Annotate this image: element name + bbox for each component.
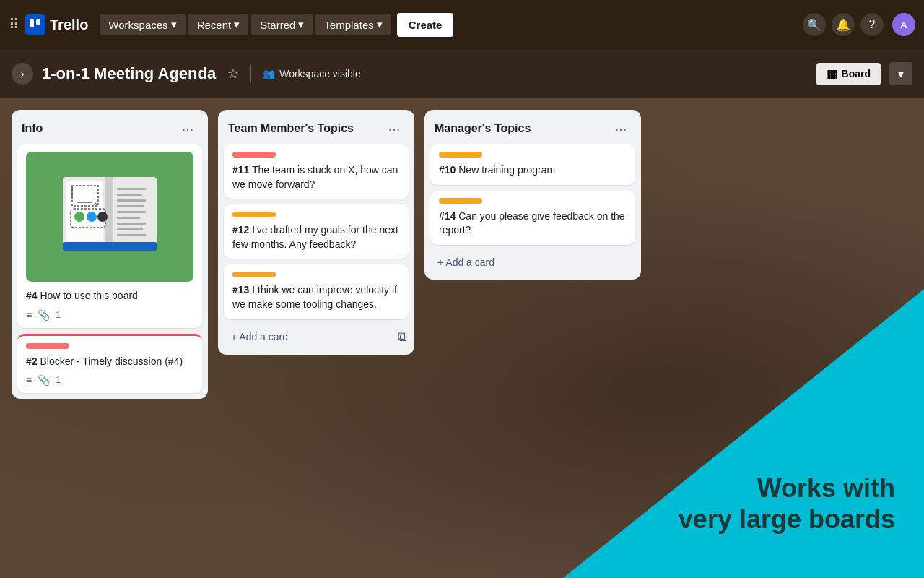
card-2-attachment-count: 1	[56, 375, 61, 385]
card-14[interactable]: #14 Can you please give feedback on the …	[430, 191, 635, 245]
card-13-label	[232, 272, 276, 277]
card-11-label	[232, 152, 276, 158]
starred-menu[interactable]: Starred ▾	[251, 14, 313, 35]
card-14-text: #14 Can you please give feedback on the …	[439, 210, 627, 238]
search-button[interactable]: 🔍	[803, 13, 826, 36]
svg-rect-1	[36, 19, 40, 25]
board-header: › 1-on-1 Meeting Agenda ☆ 👥 Workspace vi…	[0, 49, 924, 98]
board-title[interactable]: 1-on-1 Meeting Agenda	[42, 64, 216, 83]
svg-rect-22	[63, 242, 157, 251]
card-2-attachment-icon: 📎	[38, 374, 50, 386]
card-13-text: #13 I think we can improve velocity if w…	[232, 283, 400, 311]
card-4-image: x	[26, 152, 193, 282]
card-2-footer: ≡ 📎 1	[26, 374, 193, 386]
visibility-button[interactable]: 👥 Workspace visible	[263, 68, 361, 79]
avatar[interactable]: A	[892, 13, 915, 36]
svg-rect-10	[117, 217, 140, 219]
card-12[interactable]: #12 I've drafted my goals for the next f…	[224, 204, 409, 259]
svg-rect-5	[117, 188, 146, 190]
board-view-button[interactable]: ▦ Board	[816, 63, 881, 85]
list-info-title: Info	[22, 122, 43, 135]
list-manager-header: Manager's Topics ···	[424, 110, 641, 144]
visibility-label: Workspace visible	[279, 68, 361, 79]
card-13[interactable]: #13 I think we can improve velocity if w…	[224, 264, 409, 319]
copy-list-button[interactable]: ⧉	[393, 325, 411, 349]
list-manager: Manager's Topics ··· #10 New training pr…	[424, 110, 641, 280]
svg-point-18	[74, 212, 84, 222]
board-content: Works with very large boards Info ···	[0, 98, 924, 578]
list-info-header: Info ···	[12, 110, 208, 144]
card-2[interactable]: #2 Blocker - Timely discussion (#4) ≡ 📎 …	[17, 334, 202, 394]
card-14-label	[439, 198, 482, 204]
svg-rect-0	[30, 19, 34, 27]
card-2-description-icon: ≡	[26, 374, 32, 386]
list-info: Info ···	[12, 110, 208, 399]
svg-rect-13	[117, 234, 146, 236]
list-manager-menu-button[interactable]: ···	[611, 118, 631, 139]
view-dropdown-button[interactable]: ▾	[889, 62, 912, 85]
card-12-text: #12 I've drafted my goals for the next f…	[232, 223, 400, 251]
card-2-text: #2 Blocker - Timely discussion (#4)	[26, 355, 193, 369]
svg-text:x: x	[94, 199, 97, 207]
svg-point-19	[87, 212, 97, 222]
logo-icon	[25, 14, 45, 35]
sidebar-toggle[interactable]: ›	[12, 63, 33, 85]
card-4-description-icon: ≡	[26, 309, 32, 321]
list-team-member: Team Member's Topics ··· #11 The team is…	[218, 110, 414, 355]
view-label: Board	[842, 68, 871, 79]
list-manager-title: Manager's Topics	[435, 122, 531, 135]
card-4-footer: ≡ 📎 1	[26, 309, 193, 321]
workspaces-menu[interactable]: Workspaces ▾	[100, 14, 185, 35]
templates-menu[interactable]: Templates ▾	[315, 14, 391, 35]
svg-point-20	[97, 212, 108, 222]
list-team-member-menu-button[interactable]: ···	[384, 118, 404, 139]
card-2-label	[26, 343, 69, 349]
list-team-member-title: Team Member's Topics	[228, 122, 354, 135]
view-icon: ▦	[827, 67, 837, 81]
card-11-text: #11 The team is stuck on X, how can we m…	[232, 163, 400, 191]
svg-rect-9	[117, 211, 146, 213]
svg-rect-8	[117, 205, 144, 207]
help-button[interactable]: ?	[860, 13, 884, 36]
card-4-attachment-count: 1	[56, 310, 61, 320]
svg-rect-6	[117, 194, 142, 196]
create-button[interactable]: Create	[397, 13, 454, 37]
card-12-label	[232, 212, 276, 217]
card-10[interactable]: #10 New training program	[430, 144, 635, 185]
card-10-label	[439, 152, 482, 158]
lists-container: Info ···	[0, 98, 924, 578]
visibility-icon: 👥	[263, 68, 275, 79]
manager-add-card-button[interactable]: + Add a card	[427, 251, 638, 274]
card-11[interactable]: #11 The team is stuck on X, how can we m…	[224, 144, 409, 199]
card-4-attachment-icon: 📎	[38, 309, 50, 321]
grid-icon[interactable]: ⠿	[9, 16, 19, 33]
recent-menu[interactable]: Recent ▾	[188, 14, 249, 35]
trello-logo[interactable]: Trello	[25, 14, 88, 35]
list-info-menu-button[interactable]: ···	[178, 118, 198, 139]
logo-text: Trello	[50, 17, 88, 33]
card-4-text: #4 How to use this board	[26, 289, 193, 303]
team-member-add-card-button[interactable]: + Add a card	[221, 325, 393, 348]
notifications-button[interactable]: 🔔	[832, 13, 855, 36]
svg-rect-7	[117, 199, 146, 202]
top-navigation: ⠿ Trello Workspaces ▾ Recent ▾ Starred ▾…	[0, 0, 924, 49]
card-4[interactable]: x #4 How to use this board	[17, 144, 202, 328]
svg-rect-12	[117, 228, 143, 230]
card-10-text: #10 New training program	[439, 163, 627, 178]
list-team-member-header: Team Member's Topics ···	[218, 110, 414, 144]
board-star-icon[interactable]: ☆	[227, 66, 239, 82]
header-divider	[250, 65, 251, 82]
svg-rect-11	[117, 223, 146, 225]
